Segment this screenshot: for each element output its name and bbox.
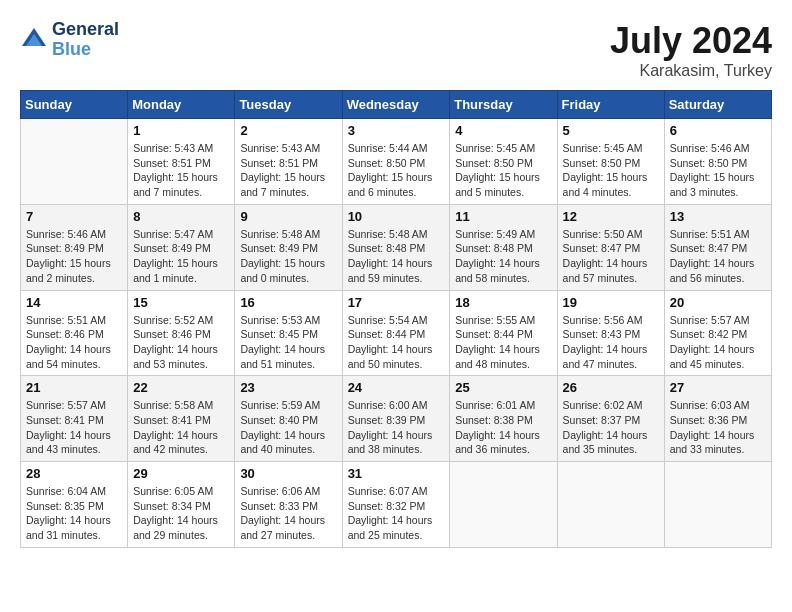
weekday-header-monday: Monday	[128, 91, 235, 119]
day-info: Sunrise: 5:57 AM Sunset: 8:41 PM Dayligh…	[26, 398, 122, 457]
day-info: Sunrise: 5:43 AM Sunset: 8:51 PM Dayligh…	[240, 141, 336, 200]
day-info: Sunrise: 5:48 AM Sunset: 8:49 PM Dayligh…	[240, 227, 336, 286]
day-info: Sunrise: 6:06 AM Sunset: 8:33 PM Dayligh…	[240, 484, 336, 543]
day-info: Sunrise: 5:57 AM Sunset: 8:42 PM Dayligh…	[670, 313, 766, 372]
day-number: 19	[563, 295, 659, 310]
calendar-cell: 6Sunrise: 5:46 AM Sunset: 8:50 PM Daylig…	[664, 119, 771, 205]
day-number: 12	[563, 209, 659, 224]
day-number: 5	[563, 123, 659, 138]
weekday-header-saturday: Saturday	[664, 91, 771, 119]
day-info: Sunrise: 5:46 AM Sunset: 8:50 PM Dayligh…	[670, 141, 766, 200]
calendar-week-1: 1Sunrise: 5:43 AM Sunset: 8:51 PM Daylig…	[21, 119, 772, 205]
day-info: Sunrise: 5:44 AM Sunset: 8:50 PM Dayligh…	[348, 141, 445, 200]
day-number: 18	[455, 295, 551, 310]
calendar-cell: 18Sunrise: 5:55 AM Sunset: 8:44 PM Dayli…	[450, 290, 557, 376]
day-info: Sunrise: 5:56 AM Sunset: 8:43 PM Dayligh…	[563, 313, 659, 372]
day-info: Sunrise: 5:58 AM Sunset: 8:41 PM Dayligh…	[133, 398, 229, 457]
calendar-cell: 2Sunrise: 5:43 AM Sunset: 8:51 PM Daylig…	[235, 119, 342, 205]
logo-icon	[20, 26, 48, 54]
title-block: July 2024 Karakasim, Turkey	[610, 20, 772, 80]
day-info: Sunrise: 5:50 AM Sunset: 8:47 PM Dayligh…	[563, 227, 659, 286]
day-number: 26	[563, 380, 659, 395]
day-info: Sunrise: 6:07 AM Sunset: 8:32 PM Dayligh…	[348, 484, 445, 543]
day-info: Sunrise: 5:55 AM Sunset: 8:44 PM Dayligh…	[455, 313, 551, 372]
day-number: 22	[133, 380, 229, 395]
calendar-cell: 30Sunrise: 6:06 AM Sunset: 8:33 PM Dayli…	[235, 462, 342, 548]
day-info: Sunrise: 5:59 AM Sunset: 8:40 PM Dayligh…	[240, 398, 336, 457]
calendar-cell: 1Sunrise: 5:43 AM Sunset: 8:51 PM Daylig…	[128, 119, 235, 205]
day-info: Sunrise: 6:01 AM Sunset: 8:38 PM Dayligh…	[455, 398, 551, 457]
calendar-cell: 28Sunrise: 6:04 AM Sunset: 8:35 PM Dayli…	[21, 462, 128, 548]
day-info: Sunrise: 6:04 AM Sunset: 8:35 PM Dayligh…	[26, 484, 122, 543]
calendar-cell: 17Sunrise: 5:54 AM Sunset: 8:44 PM Dayli…	[342, 290, 450, 376]
day-number: 15	[133, 295, 229, 310]
calendar-cell: 5Sunrise: 5:45 AM Sunset: 8:50 PM Daylig…	[557, 119, 664, 205]
day-info: Sunrise: 5:49 AM Sunset: 8:48 PM Dayligh…	[455, 227, 551, 286]
weekday-header-wednesday: Wednesday	[342, 91, 450, 119]
day-number: 29	[133, 466, 229, 481]
day-number: 28	[26, 466, 122, 481]
calendar-cell: 26Sunrise: 6:02 AM Sunset: 8:37 PM Dayli…	[557, 376, 664, 462]
calendar-week-3: 14Sunrise: 5:51 AM Sunset: 8:46 PM Dayli…	[21, 290, 772, 376]
calendar-cell: 25Sunrise: 6:01 AM Sunset: 8:38 PM Dayli…	[450, 376, 557, 462]
day-number: 1	[133, 123, 229, 138]
location-subtitle: Karakasim, Turkey	[610, 62, 772, 80]
day-info: Sunrise: 5:43 AM Sunset: 8:51 PM Dayligh…	[133, 141, 229, 200]
day-info: Sunrise: 6:02 AM Sunset: 8:37 PM Dayligh…	[563, 398, 659, 457]
calendar-cell: 21Sunrise: 5:57 AM Sunset: 8:41 PM Dayli…	[21, 376, 128, 462]
day-number: 31	[348, 466, 445, 481]
logo: General Blue	[20, 20, 119, 60]
calendar-cell: 10Sunrise: 5:48 AM Sunset: 8:48 PM Dayli…	[342, 204, 450, 290]
calendar-cell: 29Sunrise: 6:05 AM Sunset: 8:34 PM Dayli…	[128, 462, 235, 548]
calendar-cell: 12Sunrise: 5:50 AM Sunset: 8:47 PM Dayli…	[557, 204, 664, 290]
calendar-cell	[557, 462, 664, 548]
calendar-week-2: 7Sunrise: 5:46 AM Sunset: 8:49 PM Daylig…	[21, 204, 772, 290]
calendar-cell: 24Sunrise: 6:00 AM Sunset: 8:39 PM Dayli…	[342, 376, 450, 462]
day-number: 16	[240, 295, 336, 310]
day-number: 17	[348, 295, 445, 310]
calendar-cell: 27Sunrise: 6:03 AM Sunset: 8:36 PM Dayli…	[664, 376, 771, 462]
day-number: 21	[26, 380, 122, 395]
calendar-cell: 8Sunrise: 5:47 AM Sunset: 8:49 PM Daylig…	[128, 204, 235, 290]
weekday-header-row: SundayMondayTuesdayWednesdayThursdayFrid…	[21, 91, 772, 119]
weekday-header-friday: Friday	[557, 91, 664, 119]
day-info: Sunrise: 5:53 AM Sunset: 8:45 PM Dayligh…	[240, 313, 336, 372]
day-info: Sunrise: 6:05 AM Sunset: 8:34 PM Dayligh…	[133, 484, 229, 543]
calendar-cell: 7Sunrise: 5:46 AM Sunset: 8:49 PM Daylig…	[21, 204, 128, 290]
logo-blue: Blue	[52, 40, 119, 60]
logo-general: General	[52, 20, 119, 40]
calendar-cell	[21, 119, 128, 205]
day-info: Sunrise: 5:46 AM Sunset: 8:49 PM Dayligh…	[26, 227, 122, 286]
day-number: 7	[26, 209, 122, 224]
weekday-header-tuesday: Tuesday	[235, 91, 342, 119]
day-info: Sunrise: 5:52 AM Sunset: 8:46 PM Dayligh…	[133, 313, 229, 372]
day-info: Sunrise: 5:51 AM Sunset: 8:46 PM Dayligh…	[26, 313, 122, 372]
day-number: 13	[670, 209, 766, 224]
day-info: Sunrise: 5:45 AM Sunset: 8:50 PM Dayligh…	[563, 141, 659, 200]
day-number: 24	[348, 380, 445, 395]
day-number: 11	[455, 209, 551, 224]
page-header: General Blue July 2024 Karakasim, Turkey	[20, 20, 772, 80]
day-info: Sunrise: 5:47 AM Sunset: 8:49 PM Dayligh…	[133, 227, 229, 286]
day-info: Sunrise: 6:00 AM Sunset: 8:39 PM Dayligh…	[348, 398, 445, 457]
calendar-cell	[664, 462, 771, 548]
day-number: 30	[240, 466, 336, 481]
calendar-cell: 11Sunrise: 5:49 AM Sunset: 8:48 PM Dayli…	[450, 204, 557, 290]
calendar-cell: 13Sunrise: 5:51 AM Sunset: 8:47 PM Dayli…	[664, 204, 771, 290]
day-number: 2	[240, 123, 336, 138]
weekday-header-sunday: Sunday	[21, 91, 128, 119]
weekday-header-thursday: Thursday	[450, 91, 557, 119]
day-number: 25	[455, 380, 551, 395]
month-title: July 2024	[610, 20, 772, 62]
calendar-cell: 19Sunrise: 5:56 AM Sunset: 8:43 PM Dayli…	[557, 290, 664, 376]
calendar-cell: 3Sunrise: 5:44 AM Sunset: 8:50 PM Daylig…	[342, 119, 450, 205]
day-number: 6	[670, 123, 766, 138]
calendar-cell: 31Sunrise: 6:07 AM Sunset: 8:32 PM Dayli…	[342, 462, 450, 548]
calendar-cell: 15Sunrise: 5:52 AM Sunset: 8:46 PM Dayli…	[128, 290, 235, 376]
calendar-cell: 23Sunrise: 5:59 AM Sunset: 8:40 PM Dayli…	[235, 376, 342, 462]
calendar-cell: 20Sunrise: 5:57 AM Sunset: 8:42 PM Dayli…	[664, 290, 771, 376]
calendar-cell: 16Sunrise: 5:53 AM Sunset: 8:45 PM Dayli…	[235, 290, 342, 376]
day-info: Sunrise: 5:51 AM Sunset: 8:47 PM Dayligh…	[670, 227, 766, 286]
day-number: 8	[133, 209, 229, 224]
day-info: Sunrise: 6:03 AM Sunset: 8:36 PM Dayligh…	[670, 398, 766, 457]
